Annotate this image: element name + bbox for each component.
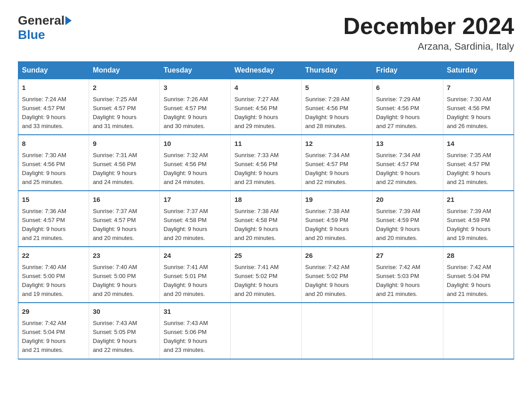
day-info: Sunrise: 7:43 AMSunset: 5:06 PMDaylight:… [163, 319, 227, 355]
day-info: Sunrise: 7:36 AMSunset: 4:57 PMDaylight:… [22, 207, 85, 243]
calendar-cell: 16Sunrise: 7:37 AMSunset: 4:57 PMDayligh… [89, 191, 160, 247]
day-number: 18 [234, 195, 297, 205]
calendar-cell: 13Sunrise: 7:34 AMSunset: 4:57 PMDayligh… [372, 135, 443, 191]
day-number: 30 [93, 307, 156, 317]
day-info: Sunrise: 7:31 AMSunset: 4:56 PMDaylight:… [93, 151, 156, 187]
calendar-cell: 5Sunrise: 7:28 AMSunset: 4:56 PMDaylight… [301, 79, 372, 135]
calendar-cell: 4Sunrise: 7:27 AMSunset: 4:56 PMDaylight… [231, 79, 301, 135]
day-number: 29 [22, 307, 85, 317]
calendar-cell: 11Sunrise: 7:33 AMSunset: 4:56 PMDayligh… [231, 135, 301, 191]
day-info: Sunrise: 7:40 AMSunset: 5:00 PMDaylight:… [22, 263, 85, 299]
day-number: 27 [376, 251, 439, 261]
day-number: 14 [447, 139, 510, 149]
day-info: Sunrise: 7:39 AMSunset: 4:59 PMDaylight:… [376, 207, 439, 243]
col-wednesday: Wednesday [231, 62, 301, 79]
page-header: General Blue December 2024 Arzana, Sardi… [18, 13, 514, 52]
day-info: Sunrise: 7:25 AMSunset: 4:57 PMDaylight:… [93, 95, 156, 131]
day-number: 21 [447, 195, 510, 205]
day-info: Sunrise: 7:40 AMSunset: 5:00 PMDaylight:… [93, 263, 156, 299]
day-number: 3 [163, 83, 227, 93]
logo-general-text: General [18, 13, 64, 28]
day-info: Sunrise: 7:38 AMSunset: 4:58 PMDaylight:… [234, 207, 297, 243]
day-info: Sunrise: 7:28 AMSunset: 4:56 PMDaylight:… [305, 95, 369, 131]
day-info: Sunrise: 7:33 AMSunset: 4:56 PMDaylight:… [234, 151, 297, 187]
day-info: Sunrise: 7:30 AMSunset: 4:56 PMDaylight:… [22, 151, 85, 187]
calendar-cell: 19Sunrise: 7:38 AMSunset: 4:59 PMDayligh… [301, 191, 372, 247]
day-info: Sunrise: 7:42 AMSunset: 5:02 PMDaylight:… [305, 263, 369, 299]
day-info: Sunrise: 7:35 AMSunset: 4:57 PMDaylight:… [447, 151, 510, 187]
logo-triangle-icon [65, 16, 72, 25]
calendar-cell: 10Sunrise: 7:32 AMSunset: 4:56 PMDayligh… [160, 135, 231, 191]
day-number: 4 [234, 83, 297, 93]
day-info: Sunrise: 7:27 AMSunset: 4:56 PMDaylight:… [234, 95, 297, 131]
day-info: Sunrise: 7:34 AMSunset: 4:57 PMDaylight:… [305, 151, 369, 187]
logo: General Blue [18, 13, 73, 42]
week-row-0: 1Sunrise: 7:24 AMSunset: 4:57 PMDaylight… [18, 79, 514, 135]
calendar-title: December 2024 [343, 13, 514, 39]
day-number: 13 [376, 139, 439, 149]
day-number: 22 [22, 251, 85, 261]
calendar-cell: 31Sunrise: 7:43 AMSunset: 5:06 PMDayligh… [160, 303, 231, 359]
logo-blue-text: Blue [18, 28, 45, 42]
day-number: 10 [163, 139, 227, 149]
day-number: 15 [22, 195, 85, 205]
day-info: Sunrise: 7:42 AMSunset: 5:03 PMDaylight:… [376, 263, 439, 299]
day-number: 8 [22, 139, 85, 149]
calendar-cell: 15Sunrise: 7:36 AMSunset: 4:57 PMDayligh… [18, 191, 89, 247]
calendar-table: Sunday Monday Tuesday Wednesday Thursday… [18, 61, 514, 359]
calendar-body: 1Sunrise: 7:24 AMSunset: 4:57 PMDaylight… [18, 79, 514, 359]
day-info: Sunrise: 7:26 AMSunset: 4:57 PMDaylight:… [163, 95, 227, 131]
calendar-cell: 28Sunrise: 7:42 AMSunset: 5:04 PMDayligh… [443, 247, 514, 303]
calendar-cell: 12Sunrise: 7:34 AMSunset: 4:57 PMDayligh… [301, 135, 372, 191]
calendar-cell [443, 303, 514, 359]
calendar-cell: 9Sunrise: 7:31 AMSunset: 4:56 PMDaylight… [89, 135, 160, 191]
day-number: 20 [376, 195, 439, 205]
day-info: Sunrise: 7:37 AMSunset: 4:57 PMDaylight:… [93, 207, 156, 243]
calendar-header: Sunday Monday Tuesday Wednesday Thursday… [18, 62, 514, 79]
week-row-2: 15Sunrise: 7:36 AMSunset: 4:57 PMDayligh… [18, 191, 514, 247]
day-number: 5 [305, 83, 369, 93]
calendar-cell: 23Sunrise: 7:40 AMSunset: 5:00 PMDayligh… [89, 247, 160, 303]
day-info: Sunrise: 7:34 AMSunset: 4:57 PMDaylight:… [376, 151, 439, 187]
day-number: 2 [93, 83, 156, 93]
calendar-cell: 3Sunrise: 7:26 AMSunset: 4:57 PMDaylight… [160, 79, 231, 135]
calendar-cell: 17Sunrise: 7:37 AMSunset: 4:58 PMDayligh… [160, 191, 231, 247]
col-monday: Monday [89, 62, 160, 79]
calendar-cell: 18Sunrise: 7:38 AMSunset: 4:58 PMDayligh… [231, 191, 301, 247]
week-row-1: 8Sunrise: 7:30 AMSunset: 4:56 PMDaylight… [18, 135, 514, 191]
day-number: 12 [305, 139, 369, 149]
calendar-cell: 25Sunrise: 7:41 AMSunset: 5:02 PMDayligh… [231, 247, 301, 303]
calendar-cell: 2Sunrise: 7:25 AMSunset: 4:57 PMDaylight… [89, 79, 160, 135]
col-saturday: Saturday [443, 62, 514, 79]
day-number: 1 [22, 83, 85, 93]
calendar-cell: 8Sunrise: 7:30 AMSunset: 4:56 PMDaylight… [18, 135, 89, 191]
calendar-cell: 14Sunrise: 7:35 AMSunset: 4:57 PMDayligh… [443, 135, 514, 191]
day-number: 28 [447, 251, 510, 261]
day-info: Sunrise: 7:41 AMSunset: 5:01 PMDaylight:… [163, 263, 227, 299]
calendar-cell: 26Sunrise: 7:42 AMSunset: 5:02 PMDayligh… [301, 247, 372, 303]
day-info: Sunrise: 7:32 AMSunset: 4:56 PMDaylight:… [163, 151, 227, 187]
day-number: 26 [305, 251, 369, 261]
title-block: December 2024 Arzana, Sardinia, Italy [343, 13, 514, 52]
calendar-cell: 22Sunrise: 7:40 AMSunset: 5:00 PMDayligh… [18, 247, 89, 303]
calendar-cell [301, 303, 372, 359]
day-number: 11 [234, 139, 297, 149]
calendar-subtitle: Arzana, Sardinia, Italy [343, 41, 514, 52]
calendar-cell: 30Sunrise: 7:43 AMSunset: 5:05 PMDayligh… [89, 303, 160, 359]
day-info: Sunrise: 7:42 AMSunset: 5:04 PMDaylight:… [447, 263, 510, 299]
calendar-cell [372, 303, 443, 359]
day-number: 23 [93, 251, 156, 261]
day-info: Sunrise: 7:41 AMSunset: 5:02 PMDaylight:… [234, 263, 297, 299]
col-thursday: Thursday [301, 62, 372, 79]
day-number: 19 [305, 195, 369, 205]
calendar-cell: 27Sunrise: 7:42 AMSunset: 5:03 PMDayligh… [372, 247, 443, 303]
day-info: Sunrise: 7:42 AMSunset: 5:04 PMDaylight:… [22, 319, 85, 355]
col-friday: Friday [372, 62, 443, 79]
col-tuesday: Tuesday [160, 62, 231, 79]
calendar-cell: 7Sunrise: 7:30 AMSunset: 4:56 PMDaylight… [443, 79, 514, 135]
calendar-cell: 6Sunrise: 7:29 AMSunset: 4:56 PMDaylight… [372, 79, 443, 135]
col-sunday: Sunday [18, 62, 89, 79]
day-info: Sunrise: 7:38 AMSunset: 4:59 PMDaylight:… [305, 207, 369, 243]
day-info: Sunrise: 7:37 AMSunset: 4:58 PMDaylight:… [163, 207, 227, 243]
day-number: 16 [93, 195, 156, 205]
